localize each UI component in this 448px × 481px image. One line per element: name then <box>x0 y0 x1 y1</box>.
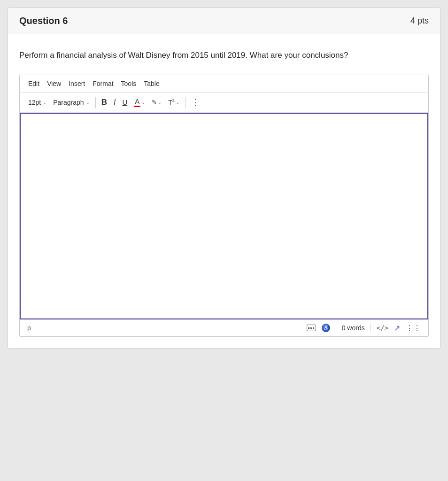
superscript-icon: T2 <box>168 98 175 106</box>
editor-content-area[interactable] <box>20 113 428 319</box>
paragraph-style-value: Paragraph <box>53 99 84 106</box>
bold-button[interactable]: B <box>99 96 110 109</box>
status-divider-1 <box>336 324 336 332</box>
question-title: Question 6 <box>19 16 68 26</box>
question-text: Perform a financial analysis of Walt Dis… <box>19 49 429 62</box>
font-color-icon: A <box>134 97 140 107</box>
expand-icon[interactable]: ↗ <box>394 324 400 333</box>
question-header: Question 6 4 pts <box>8 8 440 34</box>
editor-toolbar: 12pt ⌄ Paragraph ⌄ B I <box>20 93 428 113</box>
highlight-icon: ✎ <box>152 99 157 106</box>
code-view-button[interactable]: </> <box>377 324 388 332</box>
page-wrapper: Question 6 4 pts Perform a financial ana… <box>0 0 448 481</box>
underline-button[interactable]: U <box>119 96 130 108</box>
font-color-chevron-icon: ⌄ <box>141 100 145 105</box>
italic-button[interactable]: I <box>111 96 118 109</box>
paragraph-indicator: p <box>27 324 31 332</box>
bold-icon: B <box>101 98 107 107</box>
editor-container: Edit View Insert Format Tools Table 12pt… <box>19 75 429 337</box>
font-size-chevron-icon: ⌄ <box>43 100 46 105</box>
more-options-icon: ⋮ <box>191 97 200 108</box>
editor-menubar: Edit View Insert Format Tools Table <box>20 75 428 93</box>
status-divider-2 <box>371 324 371 332</box>
font-size-value: 12pt <box>28 99 41 106</box>
highlight-button[interactable]: ✎ ⌄ <box>149 97 164 108</box>
font-color-button[interactable]: A ⌄ <box>131 95 148 109</box>
statusbar-more-icon[interactable]: ⋮⋮ <box>406 324 421 333</box>
underline-icon: U <box>122 98 127 106</box>
superscript-chevron-icon: ⌄ <box>176 100 179 105</box>
menu-format[interactable]: Format <box>90 78 116 89</box>
paragraph-style-chevron-icon: ⌄ <box>86 100 90 105</box>
question-body: Perform a financial analysis of Walt Dis… <box>8 34 440 348</box>
toolbar-divider-2 <box>185 97 185 108</box>
font-size-selector[interactable]: 12pt ⌄ <box>25 97 49 108</box>
toolbar-divider-1 <box>95 97 96 108</box>
menu-table[interactable]: Table <box>141 78 162 89</box>
editor-statusbar: p ♿ <box>20 319 428 336</box>
question-card: Question 6 4 pts Perform a financial ana… <box>8 8 440 349</box>
menu-edit[interactable]: Edit <box>25 78 42 89</box>
paragraph-style-selector[interactable]: Paragraph ⌄ <box>50 97 92 108</box>
menu-view[interactable]: View <box>44 78 64 89</box>
menu-insert[interactable]: Insert <box>66 78 88 89</box>
menu-tools[interactable]: Tools <box>118 78 139 89</box>
highlight-chevron-icon: ⌄ <box>158 100 162 105</box>
question-points: 4 pts <box>410 16 429 26</box>
more-options-button[interactable]: ⋮ <box>188 95 203 109</box>
italic-icon: I <box>114 98 116 107</box>
keyboard-icon[interactable] <box>307 325 316 331</box>
accessibility-icon[interactable]: ♿ <box>322 324 330 332</box>
status-right: ♿ 0 words </> ↗ ⋮⋮ <box>307 324 421 333</box>
word-count: 0 words <box>342 324 365 332</box>
superscript-button[interactable]: T2 ⌄ <box>165 96 182 108</box>
